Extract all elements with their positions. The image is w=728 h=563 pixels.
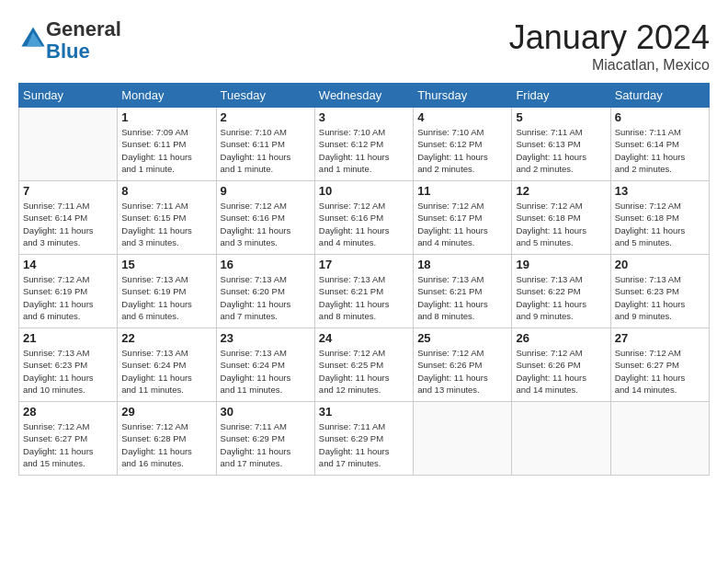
calendar-cell (512, 402, 610, 476)
day-info: Sunrise: 7:10 AM Sunset: 6:12 PM Dayligh… (417, 126, 507, 175)
day-info: Sunrise: 7:12 AM Sunset: 6:17 PM Dayligh… (417, 200, 507, 248)
calendar-cell (414, 402, 512, 476)
calendar-cell: 9Sunrise: 7:12 AM Sunset: 6:16 PM Daylig… (216, 181, 314, 255)
calendar-cell: 24Sunrise: 7:12 AM Sunset: 6:25 PM Dayli… (314, 328, 413, 402)
day-info: Sunrise: 7:11 AM Sunset: 6:15 PM Dayligh… (121, 200, 211, 248)
calendar-cell: 27Sunrise: 7:12 AM Sunset: 6:27 PM Dayli… (610, 328, 709, 402)
day-info: Sunrise: 7:11 AM Sunset: 6:14 PM Dayligh… (23, 200, 113, 248)
day-number: 13 (615, 184, 705, 198)
day-info: Sunrise: 7:12 AM Sunset: 6:18 PM Dayligh… (615, 200, 705, 248)
day-number: 22 (121, 331, 211, 345)
calendar-cell: 6Sunrise: 7:11 AM Sunset: 6:14 PM Daylig… (610, 108, 709, 181)
header-row: Sunday Monday Tuesday Wednesday Thursday… (19, 84, 710, 108)
header-thursday: Thursday (414, 84, 512, 108)
day-number: 11 (417, 184, 507, 198)
week-row-3: 21Sunrise: 7:13 AM Sunset: 6:23 PM Dayli… (19, 328, 710, 402)
day-number: 29 (121, 405, 211, 419)
day-number: 8 (121, 184, 211, 198)
day-number: 16 (221, 258, 311, 271)
day-info: Sunrise: 7:11 AM Sunset: 6:29 PM Dayligh… (221, 420, 311, 469)
week-row-2: 14Sunrise: 7:12 AM Sunset: 6:19 PM Dayli… (19, 255, 710, 328)
day-info: Sunrise: 7:13 AM Sunset: 6:24 PM Dayligh… (221, 347, 311, 396)
day-info: Sunrise: 7:13 AM Sunset: 6:23 PM Dayligh… (23, 347, 113, 396)
logo: General Blue (18, 18, 121, 63)
day-info: Sunrise: 7:10 AM Sunset: 6:11 PM Dayligh… (221, 126, 311, 175)
calendar-cell: 28Sunrise: 7:12 AM Sunset: 6:27 PM Dayli… (19, 402, 118, 476)
page: General Blue January 2024 Miacatlan, Mex… (0, 0, 728, 563)
day-number: 1 (121, 110, 211, 124)
calendar-cell (19, 108, 118, 181)
day-info: Sunrise: 7:12 AM Sunset: 6:27 PM Dayligh… (23, 420, 113, 469)
calendar-cell: 29Sunrise: 7:12 AM Sunset: 6:28 PM Dayli… (118, 402, 216, 476)
calendar-cell (610, 402, 709, 476)
logo-icon (20, 26, 46, 52)
day-info: Sunrise: 7:12 AM Sunset: 6:25 PM Dayligh… (319, 347, 409, 396)
header-wednesday: Wednesday (314, 84, 413, 108)
calendar-cell: 26Sunrise: 7:12 AM Sunset: 6:26 PM Dayli… (512, 328, 610, 402)
day-number: 19 (516, 258, 606, 271)
calendar-cell: 12Sunrise: 7:12 AM Sunset: 6:18 PM Dayli… (512, 181, 610, 255)
calendar-header: Sunday Monday Tuesday Wednesday Thursday… (19, 84, 710, 108)
title-section: January 2024 Miacatlan, Mexico (509, 18, 710, 74)
day-number: 7 (23, 184, 113, 198)
location: Miacatlan, Mexico (509, 57, 710, 74)
day-info: Sunrise: 7:12 AM Sunset: 6:19 PM Dayligh… (23, 273, 113, 322)
day-info: Sunrise: 7:12 AM Sunset: 6:27 PM Dayligh… (615, 347, 705, 396)
day-info: Sunrise: 7:13 AM Sunset: 6:20 PM Dayligh… (221, 273, 311, 322)
calendar-cell: 14Sunrise: 7:12 AM Sunset: 6:19 PM Dayli… (19, 255, 118, 328)
calendar-cell: 2Sunrise: 7:10 AM Sunset: 6:11 PM Daylig… (216, 108, 314, 181)
calendar-cell: 7Sunrise: 7:11 AM Sunset: 6:14 PM Daylig… (19, 181, 118, 255)
day-info: Sunrise: 7:10 AM Sunset: 6:12 PM Dayligh… (319, 126, 409, 175)
day-number: 24 (319, 331, 409, 345)
day-number: 20 (615, 258, 705, 271)
day-info: Sunrise: 7:12 AM Sunset: 6:26 PM Dayligh… (516, 347, 606, 396)
calendar-cell: 4Sunrise: 7:10 AM Sunset: 6:12 PM Daylig… (414, 108, 512, 181)
calendar-cell: 20Sunrise: 7:13 AM Sunset: 6:23 PM Dayli… (610, 255, 709, 328)
header-monday: Monday (118, 84, 216, 108)
day-info: Sunrise: 7:13 AM Sunset: 6:22 PM Dayligh… (516, 273, 606, 322)
day-info: Sunrise: 7:13 AM Sunset: 6:21 PM Dayligh… (319, 273, 409, 322)
calendar-cell: 11Sunrise: 7:12 AM Sunset: 6:17 PM Dayli… (414, 181, 512, 255)
logo-general: General (46, 17, 121, 40)
day-number: 21 (23, 331, 113, 345)
calendar-cell: 10Sunrise: 7:12 AM Sunset: 6:16 PM Dayli… (314, 181, 413, 255)
day-number: 9 (221, 184, 311, 198)
calendar-cell: 21Sunrise: 7:13 AM Sunset: 6:23 PM Dayli… (19, 328, 118, 402)
day-number: 30 (221, 405, 311, 419)
day-info: Sunrise: 7:09 AM Sunset: 6:11 PM Dayligh… (121, 126, 211, 175)
day-number: 2 (221, 110, 311, 124)
calendar-cell: 25Sunrise: 7:12 AM Sunset: 6:26 PM Dayli… (414, 328, 512, 402)
header-saturday: Saturday (610, 84, 709, 108)
calendar-body: 1Sunrise: 7:09 AM Sunset: 6:11 PM Daylig… (19, 108, 710, 476)
day-info: Sunrise: 7:12 AM Sunset: 6:18 PM Dayligh… (516, 200, 606, 248)
day-number: 23 (221, 331, 311, 345)
logo-text: General Blue (46, 18, 121, 63)
calendar-cell: 30Sunrise: 7:11 AM Sunset: 6:29 PM Dayli… (216, 402, 314, 476)
calendar-cell: 16Sunrise: 7:13 AM Sunset: 6:20 PM Dayli… (216, 255, 314, 328)
day-number: 14 (23, 258, 113, 271)
day-info: Sunrise: 7:11 AM Sunset: 6:13 PM Dayligh… (516, 126, 606, 175)
month-title: January 2024 (509, 18, 710, 57)
day-number: 17 (319, 258, 409, 271)
day-info: Sunrise: 7:12 AM Sunset: 6:16 PM Dayligh… (319, 200, 409, 248)
day-number: 4 (417, 110, 507, 124)
calendar-cell: 31Sunrise: 7:11 AM Sunset: 6:29 PM Dayli… (314, 402, 413, 476)
calendar-cell: 23Sunrise: 7:13 AM Sunset: 6:24 PM Dayli… (216, 328, 314, 402)
day-info: Sunrise: 7:13 AM Sunset: 6:19 PM Dayligh… (121, 273, 211, 322)
header-friday: Friday (512, 84, 610, 108)
day-number: 18 (417, 258, 507, 271)
week-row-4: 28Sunrise: 7:12 AM Sunset: 6:27 PM Dayli… (19, 402, 710, 476)
calendar-cell: 8Sunrise: 7:11 AM Sunset: 6:15 PM Daylig… (118, 181, 216, 255)
day-number: 28 (23, 405, 113, 419)
day-number: 6 (615, 110, 705, 124)
day-info: Sunrise: 7:11 AM Sunset: 6:14 PM Dayligh… (615, 126, 705, 175)
logo-blue: Blue (46, 40, 90, 63)
day-info: Sunrise: 7:13 AM Sunset: 6:23 PM Dayligh… (615, 273, 705, 322)
calendar-cell: 15Sunrise: 7:13 AM Sunset: 6:19 PM Dayli… (118, 255, 216, 328)
day-info: Sunrise: 7:12 AM Sunset: 6:16 PM Dayligh… (221, 200, 311, 248)
calendar-cell: 13Sunrise: 7:12 AM Sunset: 6:18 PM Dayli… (610, 181, 709, 255)
day-number: 10 (319, 184, 409, 198)
calendar-cell: 22Sunrise: 7:13 AM Sunset: 6:24 PM Dayli… (118, 328, 216, 402)
day-info: Sunrise: 7:13 AM Sunset: 6:24 PM Dayligh… (121, 347, 211, 396)
day-info: Sunrise: 7:13 AM Sunset: 6:21 PM Dayligh… (417, 273, 507, 322)
